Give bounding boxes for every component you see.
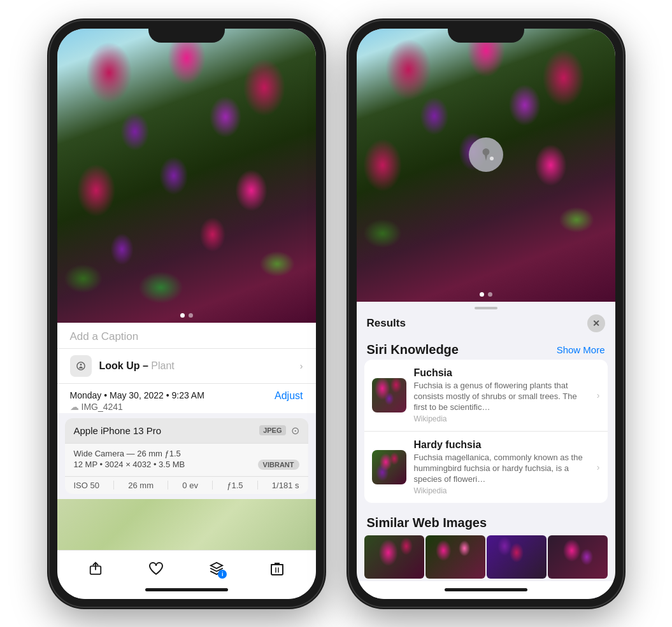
lookup-label: Look Up – Plant xyxy=(99,360,175,372)
exif-iso: ISO 50 xyxy=(74,481,99,490)
device-row: Apple iPhone 13 Pro JPEG ⊙ xyxy=(65,418,308,443)
web-images-header: Similar Web Images xyxy=(357,511,615,533)
map-section[interactable] xyxy=(57,499,316,550)
exif-divider-2 xyxy=(168,481,168,490)
siri-knowledge-title: Siri Knowledge xyxy=(367,342,459,357)
info-button[interactable]: i xyxy=(204,556,229,581)
exif-divider-4 xyxy=(257,481,258,490)
date-row: Monday • May 30, 2022 • 9:23 AM ☁ IMG_42… xyxy=(57,384,316,413)
right-phone-screen: Results ✕ Siri Knowledge Show More Fuchs… xyxy=(357,29,615,599)
fuchsia-name: Fuchsia xyxy=(414,367,589,379)
right-photo-display[interactable] xyxy=(357,29,615,302)
favorite-button[interactable] xyxy=(143,556,169,581)
camera-row: Wide Camera — 26 mm ƒ1.5 12 MP • 3024 × … xyxy=(65,443,308,476)
info-badge: i xyxy=(218,570,227,579)
hardy-fuchsia-name: Hardy fuchsia xyxy=(414,439,589,451)
look-up-row[interactable]: Look Up – Plant › xyxy=(57,349,316,384)
knowledge-item-hardy-fuchsia[interactable]: Hardy fuchsia Fuchsia magellanica, commo… xyxy=(364,431,608,503)
web-image-4[interactable] xyxy=(548,535,608,579)
share-button[interactable] xyxy=(83,556,108,581)
right-page-dot-2 xyxy=(488,292,492,297)
results-handle xyxy=(357,302,615,312)
web-image-1[interactable] xyxy=(364,535,424,579)
jpeg-badge: JPEG xyxy=(259,425,285,435)
right-page-indicators xyxy=(480,292,492,297)
fuchsia-description: Fuchsia is a genus of flowering plants t… xyxy=(414,381,589,413)
right-home-indicator xyxy=(357,581,615,599)
left-phone-screen: Add a Caption Look Up – Plant › xyxy=(57,29,316,599)
fuchsia-source: Wikipedia xyxy=(414,414,589,423)
exif-aperture: ƒ1.5 xyxy=(227,481,243,490)
home-indicator xyxy=(57,581,316,599)
svg-rect-2 xyxy=(271,565,283,575)
siri-knowledge-header: Siri Knowledge Show More xyxy=(357,337,615,360)
exif-ev: 0 ev xyxy=(182,481,198,490)
exif-shutter: 1/181 s xyxy=(272,481,299,490)
web-image-2[interactable] xyxy=(425,535,485,579)
fuchsia-chevron-icon: › xyxy=(597,390,600,400)
results-panel: Results ✕ Siri Knowledge Show More Fuchs… xyxy=(357,302,615,581)
device-name: Apple iPhone 13 Pro xyxy=(74,425,162,436)
web-images-title: Similar Web Images xyxy=(367,516,487,530)
results-handle-bar xyxy=(475,307,497,309)
visual-dot xyxy=(490,157,494,160)
adjust-button[interactable]: Adjust xyxy=(275,390,303,402)
visual-search-button[interactable] xyxy=(469,137,503,172)
date-info: Monday • May 30, 2022 • 9:23 AM ☁ IMG_42… xyxy=(70,390,204,412)
svg-point-0 xyxy=(80,363,82,365)
hardy-fuchsia-description: Fuchsia magellanica, commonly known as t… xyxy=(414,453,589,485)
camera-text: Wide Camera — 26 mm ƒ1.5 xyxy=(74,449,299,458)
right-phone: Results ✕ Siri Knowledge Show More Fuchs… xyxy=(349,21,623,607)
hardy-fuchsia-source: Wikipedia xyxy=(414,486,589,495)
mp-text: 12 MP • 3024 × 4032 • 3.5 MB xyxy=(74,460,185,469)
vibrant-badge: VIBRANT xyxy=(258,460,299,470)
page-dot-1 xyxy=(180,313,185,318)
page-dot-2 xyxy=(189,313,193,318)
filename: IMG_4241 xyxy=(82,402,123,412)
web-images-section: Similar Web Images xyxy=(357,505,615,581)
hardy-fuchsia-thumbnail xyxy=(372,450,406,484)
left-phone: Add a Caption Look Up – Plant › xyxy=(50,21,324,607)
device-card: Apple iPhone 13 Pro JPEG ⊙ Wide Camera —… xyxy=(65,418,308,494)
results-title: Results xyxy=(367,317,406,330)
bottom-toolbar: i xyxy=(57,550,316,581)
exif-focal: 26 mm xyxy=(128,481,154,490)
visual-lookup-icon xyxy=(70,355,92,377)
right-home-indicator-bar xyxy=(445,588,527,591)
hardy-fuchsia-content: Hardy fuchsia Fuchsia magellanica, commo… xyxy=(414,439,589,495)
hardy-fuchsia-chevron-icon: › xyxy=(597,462,600,472)
fuchsia-content: Fuchsia Fuchsia is a genus of flowering … xyxy=(414,367,589,423)
web-image-3[interactable] xyxy=(487,535,547,579)
cloud-icon: ☁ xyxy=(70,402,79,412)
chevron-right-icon: › xyxy=(300,361,303,371)
metadata-section: Monday • May 30, 2022 • 9:23 AM ☁ IMG_42… xyxy=(57,384,316,550)
location-icon: ⊙ xyxy=(291,425,299,437)
right-page-dot-1 xyxy=(480,292,484,297)
knowledge-card: Fuchsia Fuchsia is a genus of flowering … xyxy=(364,360,608,502)
photo-info-section: Add a Caption Look Up – Plant › xyxy=(57,323,316,384)
show-more-button[interactable]: Show More xyxy=(557,344,605,355)
home-indicator-bar xyxy=(145,588,228,591)
date-text: Monday • May 30, 2022 • 9:23 AM xyxy=(70,390,204,400)
exif-row: ISO 50 26 mm 0 ev ƒ1.5 1/181 s xyxy=(65,476,308,494)
filename-row: ☁ IMG_4241 xyxy=(70,402,204,412)
close-button[interactable]: ✕ xyxy=(587,314,605,332)
exif-divider-1 xyxy=(113,481,114,490)
delete-button[interactable] xyxy=(264,556,290,581)
web-images-grid xyxy=(357,533,615,581)
fuchsia-thumbnail xyxy=(372,378,406,412)
knowledge-item-fuchsia[interactable]: Fuchsia Fuchsia is a genus of flowering … xyxy=(364,360,608,431)
results-header: Results ✕ xyxy=(357,312,615,337)
mp-row: 12 MP • 3024 × 4032 • 3.5 MB VIBRANT xyxy=(74,458,299,471)
caption-area[interactable]: Add a Caption xyxy=(57,323,316,349)
caption-placeholder[interactable]: Add a Caption xyxy=(70,330,139,342)
flower-photo xyxy=(57,29,316,323)
page-indicators xyxy=(180,313,193,318)
photo-display[interactable] xyxy=(57,29,316,323)
exif-divider-3 xyxy=(212,481,213,490)
device-badges: JPEG ⊙ xyxy=(259,425,299,437)
